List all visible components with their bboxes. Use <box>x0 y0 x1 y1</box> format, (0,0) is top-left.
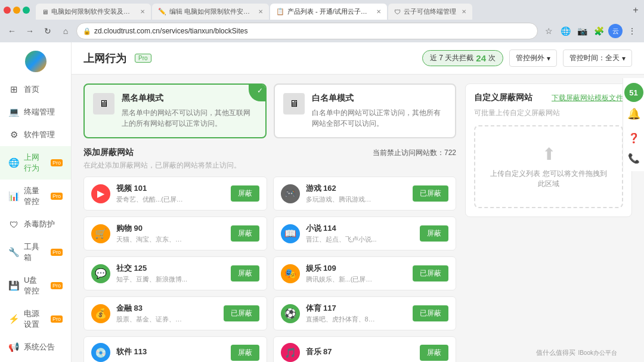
cat-btn-finance[interactable]: 已屏蔽 <box>224 305 259 321</box>
tab-close-btn[interactable]: ✕ <box>140 8 145 15</box>
pro-badge: Pro <box>51 282 63 289</box>
settings-icon[interactable]: ⋮ <box>625 24 639 38</box>
sidebar-item-software[interactable]: ⚙ 软件管理 <box>0 123 71 146</box>
cat-icon-novel: 📖 <box>281 224 300 243</box>
mode-desc-whitelist: 白名单中的网站可以正常访问，其他所有网站全部不可以访问。 <box>312 107 447 129</box>
cat-btn-sport[interactable]: 已屏蔽 <box>413 305 448 321</box>
sidebar-icon-toolbox: 🔧 <box>8 247 19 258</box>
profile-icon[interactable]: 云 <box>608 24 623 38</box>
close-window-btn[interactable] <box>4 7 11 14</box>
block-sites-header: 添加屏蔽网站 当前禁止访问网站数：722 <box>83 147 456 158</box>
extension-icon[interactable]: 🧩 <box>592 24 606 38</box>
cat-icon-entertainment: 🎭 <box>281 264 300 283</box>
watermark: 值什么值得买 IBook办公平台 <box>536 348 617 357</box>
upload-icon: ⬆ <box>542 144 556 164</box>
cat-btn-novel[interactable]: 屏蔽 <box>420 225 448 242</box>
sidebar-item-internet[interactable]: 🌐 上网行为Pro <box>0 146 71 180</box>
sidebar-item-terminal[interactable]: 💻 终端管理 <box>0 101 71 123</box>
mode-icon-blacklist: 🖥 <box>93 93 114 115</box>
ctrl-time-btn[interactable]: 管控时间：全天 ▾ <box>563 49 632 67</box>
forward-button[interactable]: → <box>23 24 37 38</box>
sidebar-item-toolbox[interactable]: 🔧 工具箱Pro <box>0 236 71 269</box>
download-template-link[interactable]: 下载屏蔽网站模板文件 <box>552 93 623 103</box>
main-content: 上网行为 Pro 近 7 天共拦截 24 次 管控例外 ▾ 管控时间：全天 ▾ … <box>72 42 644 362</box>
ctrl-exception-btn[interactable]: 管控例外 ▾ <box>509 49 557 67</box>
tab-favicon: ✏️ <box>158 8 166 16</box>
help-icon[interactable]: ❓ <box>626 129 642 146</box>
content-left: ✓ 🖥 黑名单模式 黑名单中的网站不可以访问，其他互联网上的所有网站都可以正常访… <box>83 83 456 353</box>
custom-block-panel: 自定义屏蔽网站 下载屏蔽网站模板文件 可批量上传自定义屏蔽网站 ⬆ 上传自定义列… <box>465 83 632 217</box>
tab-close-btn[interactable]: ✕ <box>376 8 381 15</box>
mode-desc-blacklist: 黑名单中的网站不可以访问，其他互联网上的所有网站都可以正常访问。 <box>122 107 257 129</box>
browser-tab-4[interactable]: 🛡 云子可信终端管理 ✕ <box>388 4 472 20</box>
cat-info-sport: 体育 117 直播吧、虎扑体育、8264... <box>306 303 407 324</box>
cat-info-social: 社交 125 知乎、豆瓣、新浪微博... <box>116 263 225 284</box>
mode-info-blacklist: 黑名单模式 黑名单中的网站不可以访问，其他互联网上的所有网站都可以正常访问。 <box>122 93 257 129</box>
sidebar-item-antivirus[interactable]: 🛡 杀毒防护 <box>0 213 71 236</box>
cat-btn-game[interactable]: 已屏蔽 <box>413 185 448 202</box>
cat-info-novel: 小说 114 晋江、起点、飞卢小说... <box>306 223 414 244</box>
stat-count: 24 <box>476 53 486 63</box>
sidebar-item-notice[interactable]: 📢 系统公告 <box>0 336 71 358</box>
mode-icon-whitelist: 🖥 <box>283 93 305 115</box>
cat-btn-social[interactable]: 屏蔽 <box>231 265 259 281</box>
upload-area[interactable]: ⬆ 上传自定义列表 您可以将文件拖拽到此区域 <box>474 125 623 208</box>
cat-name-social: 社交 125 <box>116 263 225 274</box>
cat-btn-shopping[interactable]: 屏蔽 <box>231 225 259 242</box>
url-input[interactable]: 🔒 zd.cloudtrust.com.cn/services/tianxun/… <box>76 23 538 39</box>
profile-circle: 云 <box>608 24 623 38</box>
browser-tab-3[interactable]: 📋 产品列表 - 开通/试用云子可信... ✕ <box>270 4 387 20</box>
pro-badge: Pro <box>51 315 63 323</box>
home-button[interactable]: ⌂ <box>58 24 73 38</box>
upload-text: 上传自定义列表 您可以将文件拖拽到此区域 <box>487 169 610 189</box>
tab-close-btn[interactable]: ✕ <box>462 8 466 15</box>
tab-label: 电脑如何限制软件安装及运行 - 天... <box>51 7 135 16</box>
translate-icon[interactable]: 🌐 <box>558 24 572 38</box>
maximize-window-btn[interactable] <box>23 7 30 14</box>
cat-name-music: 音乐 87 <box>306 346 414 357</box>
new-tab-button[interactable]: + <box>627 2 644 18</box>
ctrl-exception-label: 管控例外 <box>516 53 544 63</box>
cat-btn-music[interactable]: 屏蔽 <box>420 345 448 361</box>
phone-icon[interactable]: 📞 <box>626 150 642 166</box>
cat-sub-game: 多玩游戏、腾讯游戏、三... <box>306 195 377 204</box>
cat-info-game: 游戏 162 多玩游戏、腾讯游戏、三... <box>306 183 407 204</box>
window-controls <box>0 4 33 16</box>
sidebar-item-power[interactable]: ⚡ 电源设置Pro <box>0 302 71 336</box>
browser-chrome: 🖥 电脑如何限制软件安装及运行 - 天... ✕✏️ 编辑 电脑如何限制软件安装… <box>0 0 644 42</box>
sidebar-item-home[interactable]: ⊞ 首页 <box>0 78 71 101</box>
mode-title-blacklist: 黑名单模式 <box>122 93 257 104</box>
sidebar-item-usb[interactable]: 💾 U盘管控Pro <box>0 269 71 302</box>
back-button[interactable]: ← <box>5 24 19 38</box>
minimize-window-btn[interactable] <box>13 7 20 14</box>
cat-btn-video[interactable]: 屏蔽 <box>231 185 259 202</box>
logo-circle <box>25 51 47 72</box>
floating-panel: 51 🔔 ❓ 📞 <box>623 78 644 171</box>
sidebar-label-notice: 系统公告 <box>24 342 55 352</box>
site-count: 当前禁止访问网站数：722 <box>373 148 456 158</box>
refresh-button[interactable]: ↻ <box>41 24 55 38</box>
tab-favicon: 🖥 <box>42 8 48 16</box>
top-bar: 上网行为 Pro 近 7 天共拦截 24 次 管控例外 ▾ 管控时间：全天 ▾ <box>72 42 644 75</box>
category-grid: ▶ 视频 101 爱奇艺、优酷...(已屏蔽1次) 屏蔽 🎮 游戏 162 多玩… <box>83 177 456 362</box>
tab-close-btn[interactable]: ✕ <box>258 8 263 15</box>
mode-card-blacklist[interactable]: ✓ 🖥 黑名单模式 黑名单中的网站不可以访问，其他互联网上的所有网站都可以正常访… <box>83 83 267 138</box>
browser-tab-1[interactable]: 🖥 电脑如何限制软件安装及运行 - 天... ✕ <box>36 4 151 20</box>
screenshot-icon[interactable]: 📷 <box>575 24 589 38</box>
bookmark-icon[interactable]: ☆ <box>541 24 556 38</box>
cat-name-video: 视频 101 <box>116 183 225 194</box>
cat-btn-software[interactable]: 屏蔽 <box>231 345 259 361</box>
category-card-shopping: 🛒 购物 90 天猫、淘宝、京东、亚马... 屏蔽 <box>83 216 267 250</box>
sidebar-logo <box>0 42 71 78</box>
sidebar-item-quick[interactable]: ⚙ 快捷配置 <box>0 358 71 362</box>
mode-card-whitelist[interactable]: 🖥 白名单模式 白名单中的网站可以正常访问，其他所有网站全部不可以访问。 <box>274 83 457 138</box>
cat-btn-entertainment[interactable]: 已屏蔽 <box>413 265 448 281</box>
address-bar: ← → ↻ ⌂ 🔒 zd.cloudtrust.com.cn/services/… <box>0 20 644 42</box>
bell-icon[interactable]: 🔔 <box>626 106 642 122</box>
notification-btn[interactable]: 51 <box>624 83 643 102</box>
browser-tab-2[interactable]: ✏️ 编辑 电脑如何限制软件安装及运... ✕ <box>152 4 269 20</box>
sidebar-icon-home: ⊞ <box>8 84 19 95</box>
custom-block-title: 自定义屏蔽网站 <box>474 92 532 103</box>
sidebar-item-flow[interactable]: 📊 流量管控Pro <box>0 180 71 213</box>
mode-title-whitelist: 白名单模式 <box>312 93 447 104</box>
